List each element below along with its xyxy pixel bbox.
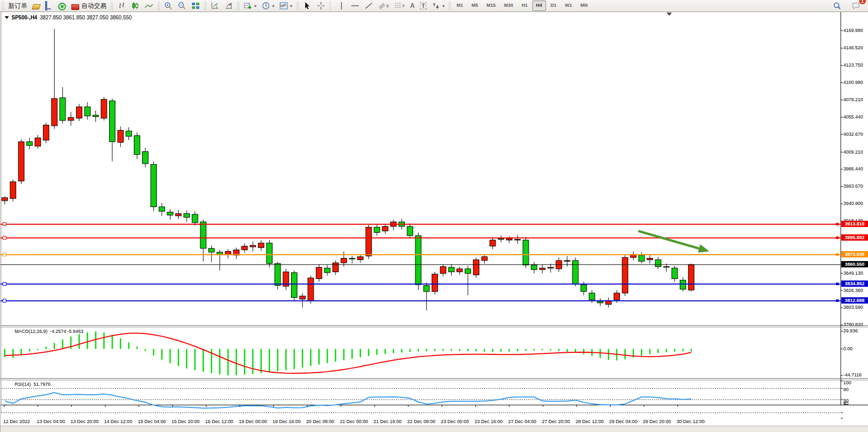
auto-trading-button[interactable]: 自动交易	[69, 0, 109, 12]
toolbar-separator	[330, 2, 333, 10]
channel-icon	[378, 2, 387, 10]
current-price-label[interactable]: 3860.550	[841, 261, 868, 267]
time-axis-label: 27 Dec 20:00	[542, 419, 570, 424]
price-axis-label: 3826.360	[843, 288, 868, 293]
timeframe-m5[interactable]: M5	[468, 1, 482, 11]
chart-shift-icon	[224, 2, 233, 10]
zoom-in-button[interactable]	[162, 0, 175, 12]
zoom-out-icon	[178, 2, 186, 10]
line-anchor[interactable]	[3, 222, 6, 226]
candlestick-chart-button[interactable]	[128, 0, 142, 12]
chevron-down-icon[interactable]	[5, 16, 9, 19]
signal-icon	[58, 3, 66, 10]
line-anchor[interactable]	[3, 282, 6, 286]
time-axis-label: 15 Dec 04:00	[138, 419, 166, 424]
line-chart-button[interactable]	[142, 0, 156, 12]
time-axis[interactable]	[1, 405, 841, 413]
terminal-button[interactable]	[42, 0, 56, 12]
line-anchor[interactable]	[3, 236, 6, 240]
crosshair-tool-button[interactable]	[314, 0, 328, 12]
price-line-label[interactable]: 3913.810	[841, 221, 868, 227]
rsi-title-label: RSI(14)	[15, 382, 31, 387]
time-axis-label: 29 Dec 20:00	[643, 419, 671, 424]
toolbar-gripper	[448, 2, 451, 10]
notification-badge: 1	[859, 0, 866, 4]
toolbar-gripper	[2, 2, 4, 10]
candlestick-icon	[131, 2, 140, 10]
cursor-icon	[303, 2, 312, 10]
line-anchor[interactable]	[3, 253, 6, 256]
time-axis-label: 21 Dec 16:00	[373, 419, 402, 424]
price-line-label[interactable]: 3895.802	[841, 234, 868, 241]
line-anchor[interactable]	[3, 299, 6, 303]
template-icon	[280, 2, 288, 10]
timeframe-w1[interactable]: W1	[561, 1, 576, 11]
timeframe-m30[interactable]: M30	[500, 1, 517, 11]
timeframe-m15[interactable]: M15	[483, 1, 499, 11]
horizontal-line-tool[interactable]	[348, 0, 362, 12]
rsi-axis-label: 100	[843, 380, 868, 385]
trendline-tool[interactable]	[362, 0, 376, 12]
price-axis-label: 3803.590	[843, 305, 868, 310]
time-axis-label: 16 Dec 12:00	[205, 419, 233, 424]
search-button[interactable]	[830, 0, 844, 12]
time-axis-label: 19 Dec 00:00	[239, 419, 267, 424]
bar-chart-button[interactable]	[115, 0, 128, 12]
line-end-marker	[836, 236, 839, 239]
chart-shift-button[interactable]	[222, 0, 235, 12]
chart-window[interactable]: SP500-,H4 3827.850 3861.850 3827.050 386…	[0, 12, 868, 432]
line-end-marker	[836, 299, 839, 302]
new-order-button[interactable]: 新订单	[6, 0, 30, 12]
tile-windows-button[interactable]	[189, 0, 202, 12]
time-axis-label: 19 Dec 16:00	[273, 419, 301, 424]
text-tool-icon: A	[410, 2, 415, 9]
gold-ingot-icon	[31, 4, 40, 9]
label-tool[interactable]: T	[417, 0, 430, 12]
time-axis-label: 23 Dec 00:00	[441, 419, 469, 424]
text-tool[interactable]: A	[408, 0, 417, 12]
timeframe-h4[interactable]: H4	[532, 1, 546, 11]
fibonacci-tool[interactable]: F	[392, 0, 408, 12]
arrows-tool[interactable]: ▾	[429, 0, 447, 12]
notifications-button[interactable]: 1	[849, 0, 863, 12]
channel-tool-glyph: E	[387, 4, 389, 8]
chart-shift-marker[interactable]	[667, 13, 672, 16]
price-line-label[interactable]: 3812.688	[841, 297, 868, 304]
macd-panel-title: MACD(12,26,9) -4.2574 -5.9463	[15, 329, 83, 334]
cursor-tool-button[interactable]	[301, 0, 314, 12]
rsi-axis-label: 80	[843, 387, 868, 392]
chart-forward-icon	[211, 2, 219, 10]
chart-forward-button[interactable]	[208, 0, 222, 12]
ohlc-values: 3827.850 3861.850 3827.050 3860.550	[40, 15, 132, 20]
fibonacci-tool-glyph: F	[403, 4, 405, 8]
toolbar-gripper	[157, 2, 160, 10]
price-axis-label: 4100.980	[843, 80, 868, 85]
template-button[interactable]: ▾	[277, 0, 295, 12]
price-line-label[interactable]: 3834.852	[841, 280, 868, 287]
price-axis-label: 4146.520	[843, 45, 868, 50]
channel-tool[interactable]: E	[376, 0, 392, 12]
clock-icon	[262, 2, 270, 10]
price-line-label[interactable]: 3873.639	[841, 251, 868, 257]
timeframe-d1[interactable]: D1	[547, 1, 561, 11]
add-indicator-button[interactable]: ▾	[241, 0, 259, 12]
timeframe-h1[interactable]: H1	[518, 1, 531, 11]
fibonacci-icon	[394, 2, 403, 10]
trendline-icon	[365, 2, 373, 10]
tile-windows-icon	[191, 2, 200, 10]
main-toolbar: 新订单 自动交易 ▾ ▾ ▾ E F A T ▾	[0, 0, 868, 12]
timeframe-m1[interactable]: M1	[453, 1, 467, 11]
vertical-line-tool[interactable]	[335, 0, 348, 12]
signals-button[interactable]	[56, 0, 69, 12]
price-axis-label: 4032.670	[843, 132, 868, 137]
chart-title: SP500-,H4 3827.850 3861.850 3827.050 386…	[5, 15, 132, 20]
deposit-button[interactable]	[30, 0, 42, 12]
toolbar-gripper	[111, 2, 113, 10]
macd-current-values: -4.2574 -5.9463	[50, 329, 84, 334]
terminal-icon	[45, 1, 47, 10]
auto-trading-label: 自动交易	[81, 2, 106, 10]
price-axis-label: 4055.440	[843, 114, 868, 120]
period-button[interactable]: ▾	[259, 0, 277, 12]
timeframe-mn[interactable]: MN	[577, 1, 592, 11]
zoom-out-button[interactable]	[175, 0, 189, 12]
